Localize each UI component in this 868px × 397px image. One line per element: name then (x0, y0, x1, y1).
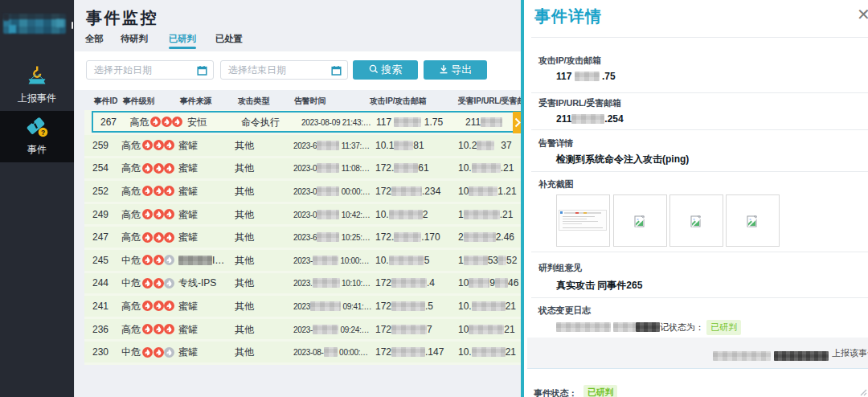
svg-text:?: ? (41, 129, 45, 137)
